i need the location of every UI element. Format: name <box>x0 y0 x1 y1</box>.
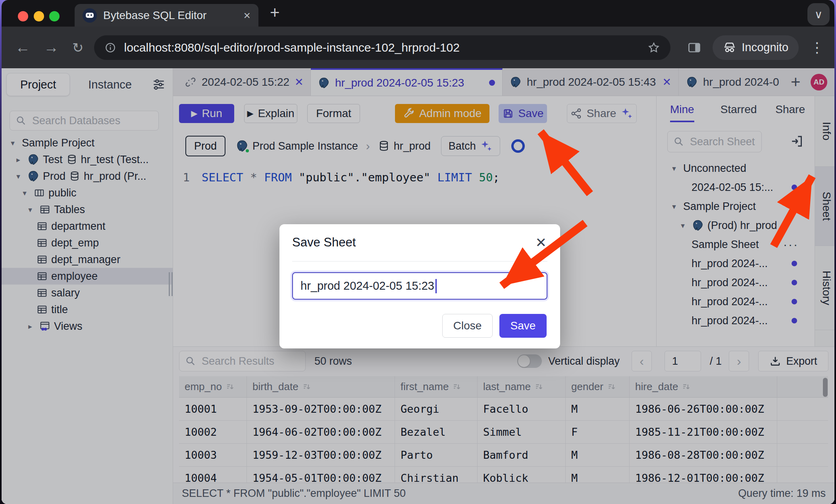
tab-history[interactable]: History <box>815 246 834 330</box>
tab-info[interactable]: Info <box>815 96 834 167</box>
window-zoom-button[interactable] <box>49 11 60 21</box>
side-panel-icon[interactable] <box>687 40 701 55</box>
sort-icon[interactable] <box>226 383 235 391</box>
sort-icon[interactable] <box>453 383 461 391</box>
database-search-input[interactable] <box>31 114 153 127</box>
forward-icon[interactable]: → <box>44 39 59 56</box>
column-header[interactable]: hire_date <box>630 376 777 397</box>
database-name[interactable]: hr_prod <box>394 140 431 152</box>
prev-page-button[interactable]: ‹ <box>632 351 652 371</box>
close-tab-icon[interactable]: ✕ <box>295 76 304 88</box>
tree-item-table-salary[interactable]: salary <box>2 285 173 301</box>
table-scrollbar[interactable] <box>823 376 828 483</box>
instance-name[interactable]: Prod Sample Instance <box>252 140 358 152</box>
results-search-input[interactable] <box>201 355 300 368</box>
sheet-tab-3[interactable]: hr_prod 2024-02-05 15:43 ✕ <box>503 68 679 96</box>
tree-item-table-dept-emp[interactable]: dept_emp <box>2 235 173 251</box>
tree-item-hr-prod[interactable]: ▾ Prod hr_prod (Pr... <box>2 168 173 185</box>
sheet-search-input[interactable] <box>689 135 756 148</box>
caret-down-icon[interactable]: ▾ <box>668 164 680 173</box>
sheet-item[interactable]: 2024-02-05 15:... <box>657 178 815 197</box>
sort-icon[interactable] <box>302 383 311 391</box>
sheet-name-input[interactable]: hr_prod 2024-02-05 15:23 <box>292 272 547 300</box>
more-menu-icon[interactable]: ··· <box>783 238 799 251</box>
tab-project[interactable]: Project <box>6 73 70 96</box>
sort-icon[interactable] <box>682 383 691 391</box>
tab-instance[interactable]: Instance <box>88 78 132 91</box>
sheet-item[interactable]: hr_prod 2024-... <box>657 273 815 292</box>
next-page-button[interactable]: › <box>729 351 749 371</box>
column-header[interactable]: emp_no <box>179 376 247 397</box>
window-close-button[interactable] <box>18 11 28 21</box>
tree-item-hr-test[interactable]: ▸ Test hr_test (Test... <box>2 151 173 168</box>
address-bar[interactable]: localhost:8080/sql-editor/prod-sample-in… <box>94 35 670 60</box>
sheet-item[interactable]: hr_prod 2024-... <box>657 311 815 330</box>
caret-right-icon[interactable]: ▸ <box>13 155 24 164</box>
back-icon[interactable]: ← <box>15 39 30 56</box>
tree-item-schema-public[interactable]: ▾ public <box>2 185 173 201</box>
import-sheet-icon[interactable] <box>790 134 804 148</box>
sheet-group-sample-project[interactable]: ▾ Sample Project <box>657 197 815 216</box>
tab-sheet-active[interactable]: Sheet <box>815 167 834 246</box>
tab-mine[interactable]: Mine <box>670 103 694 122</box>
caret-down-icon[interactable]: ▾ <box>25 205 36 214</box>
new-tab-button[interactable]: + <box>270 3 280 22</box>
column-header[interactable]: first_name <box>395 376 478 397</box>
batch-button[interactable]: Batch <box>441 136 500 156</box>
sql-editor-line[interactable]: 1 SELECT * FROM "public"."employee" LIMI… <box>173 171 656 184</box>
sheet-search[interactable] <box>667 131 762 152</box>
close-tab-icon[interactable]: ✕ <box>662 76 671 88</box>
caret-down-icon[interactable]: ▾ <box>677 221 688 230</box>
tree-item-project[interactable]: ▾ Sample Project <box>2 135 173 151</box>
sheet-tab-2-active[interactable]: hr_prod 2024-02-05 15:23 <box>311 68 503 96</box>
sheet-tab-4[interactable]: hr_prod 2024-0 <box>679 68 783 96</box>
tab-starred[interactable]: Starred <box>720 103 757 116</box>
explain-button[interactable]: ▶ Explain <box>244 104 297 123</box>
tree-item-table-dept-manager[interactable]: dept_manager <box>2 251 173 268</box>
sidebar-resize-handle[interactable] <box>169 272 173 296</box>
sort-icon[interactable] <box>607 383 616 391</box>
browser-tab[interactable]: Bytebase SQL Editor × <box>75 4 258 27</box>
sort-icon[interactable] <box>535 383 543 391</box>
browser-menu-icon[interactable]: ⋮ <box>810 39 824 56</box>
save-button[interactable]: Save <box>499 104 547 123</box>
table-row[interactable]: 10003 1959-12-03T00:00:00Z Parto Bamford… <box>179 444 828 467</box>
caret-down-icon[interactable]: ▾ <box>13 172 24 181</box>
window-minimize-button[interactable] <box>34 11 44 21</box>
export-button[interactable]: Export <box>758 351 828 371</box>
environment-chip[interactable]: Prod <box>185 136 225 156</box>
tree-item-tables[interactable]: ▾ Tables <box>2 201 173 218</box>
table-row[interactable]: 10004 1954-05-01T00:00:00Z Chirstian Kob… <box>179 467 828 483</box>
dialog-close-button[interactable]: Close <box>442 314 493 338</box>
bookmark-star-icon[interactable] <box>647 41 660 54</box>
tree-item-table-department[interactable]: department <box>2 218 173 235</box>
format-button[interactable]: Format <box>307 104 360 123</box>
share-button[interactable]: Share <box>567 104 637 123</box>
database-search[interactable] <box>10 111 159 131</box>
site-info-icon[interactable] <box>104 42 116 54</box>
tab-share[interactable]: Share <box>775 103 805 116</box>
caret-down-icon[interactable]: ▾ <box>7 139 18 148</box>
tree-item-table-employee[interactable]: employee <box>2 268 173 285</box>
add-sheet-button[interactable]: + <box>791 73 801 92</box>
reload-icon[interactable]: ↻ <box>72 40 84 56</box>
sheet-group-unconnected[interactable]: ▾ Unconnected <box>657 159 815 178</box>
sheet-tab-1[interactable]: 2024-02-05 15:22 ✕ <box>177 68 311 96</box>
sheet-item-sample-sheet[interactable]: Sample Sheet ··· <box>657 235 815 254</box>
filter-icon[interactable] <box>152 78 166 91</box>
caret-down-icon[interactable]: ▾ <box>19 189 30 198</box>
tab-search-chevron-button[interactable]: ∨ <box>807 3 830 25</box>
results-search[interactable] <box>179 351 306 371</box>
dialog-save-button[interactable]: Save <box>499 314 547 338</box>
table-row[interactable]: 10002 1964-06-02T00:00:00Z Bezalel Simme… <box>179 421 828 444</box>
sheet-item[interactable]: hr_prod 2024-... <box>657 254 815 273</box>
browser-tab-close-icon[interactable]: × <box>243 9 250 22</box>
sheet-group-prod-hr-prod[interactable]: ▾ (Prod) hr_prod <box>657 216 815 235</box>
ai-assistant-icon[interactable] <box>511 139 525 153</box>
user-avatar[interactable]: AD <box>811 74 827 90</box>
vertical-display-toggle[interactable] <box>517 354 542 368</box>
admin-mode-button[interactable]: Admin mode <box>395 104 489 123</box>
caret-down-icon[interactable]: ▾ <box>668 202 680 211</box>
run-button[interactable]: ▶ Run <box>179 104 234 123</box>
sheet-item[interactable]: hr_prod 2024-... <box>657 292 815 311</box>
